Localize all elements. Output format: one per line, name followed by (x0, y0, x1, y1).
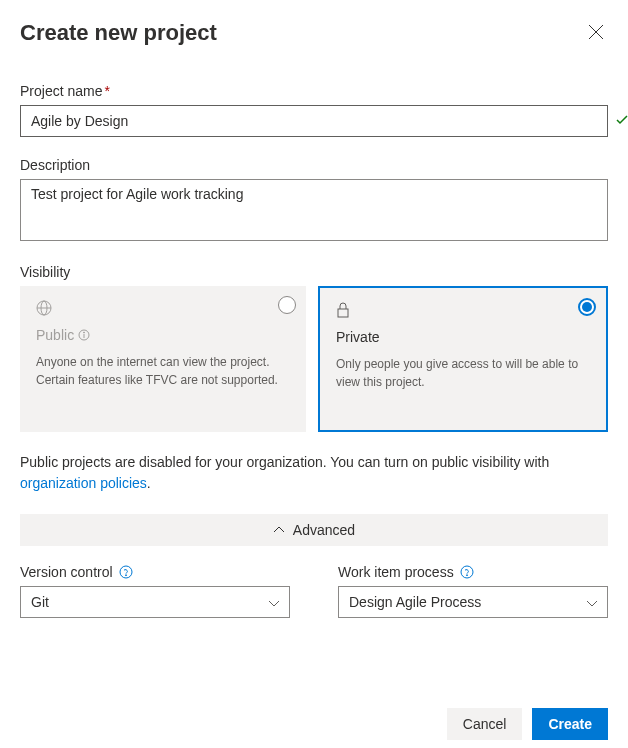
svg-rect-8 (338, 309, 348, 317)
visibility-private-title: Private (336, 329, 590, 345)
visibility-radio-private[interactable] (578, 298, 596, 316)
cancel-button[interactable]: Cancel (447, 708, 523, 740)
description-label: Description (20, 157, 608, 173)
organization-policies-link[interactable]: organization policies (20, 475, 147, 491)
validation-check-icon (616, 113, 628, 129)
globe-icon (36, 300, 290, 319)
dialog-title: Create new project (20, 20, 217, 46)
advanced-toggle[interactable]: Advanced (20, 514, 608, 546)
svg-point-10 (125, 575, 126, 576)
notice-text-prefix: Public projects are disabled for your or… (20, 454, 549, 470)
visibility-label: Visibility (20, 264, 608, 280)
svg-point-7 (84, 332, 85, 333)
visibility-radio-public (278, 296, 296, 314)
project-name-label: Project name* (20, 83, 608, 99)
svg-point-9 (120, 566, 132, 578)
close-icon (588, 28, 604, 43)
visibility-public-title: Public (36, 327, 290, 343)
project-name-label-text: Project name (20, 83, 102, 99)
visibility-option-private[interactable]: Private Only people you give access to w… (318, 286, 608, 432)
visibility-public-desc: Anyone on the internet can view the proj… (36, 353, 290, 389)
close-button[interactable] (584, 20, 608, 47)
version-control-select[interactable]: Git (20, 586, 290, 618)
description-input[interactable]: Test project for Agile work tracking (20, 179, 608, 241)
work-item-process-select[interactable]: Design Agile Process (338, 586, 608, 618)
svg-point-11 (461, 566, 473, 578)
chevron-up-icon (273, 526, 285, 534)
public-disabled-notice: Public projects are disabled for your or… (20, 452, 608, 494)
info-icon (78, 329, 90, 341)
advanced-label: Advanced (293, 522, 355, 538)
visibility-public-title-text: Public (36, 327, 74, 343)
project-name-input[interactable] (20, 105, 608, 137)
work-item-process-label: Work item process (338, 564, 454, 580)
lock-icon (336, 302, 590, 321)
required-indicator: * (104, 83, 109, 99)
help-icon[interactable] (119, 565, 133, 579)
help-icon[interactable] (460, 565, 474, 579)
create-button[interactable]: Create (532, 708, 608, 740)
version-control-label: Version control (20, 564, 113, 580)
visibility-option-public: Public Anyone on the internet can view t… (20, 286, 306, 432)
visibility-private-desc: Only people you give access to will be a… (336, 355, 590, 391)
notice-text-suffix: . (147, 475, 151, 491)
svg-point-12 (466, 575, 467, 576)
